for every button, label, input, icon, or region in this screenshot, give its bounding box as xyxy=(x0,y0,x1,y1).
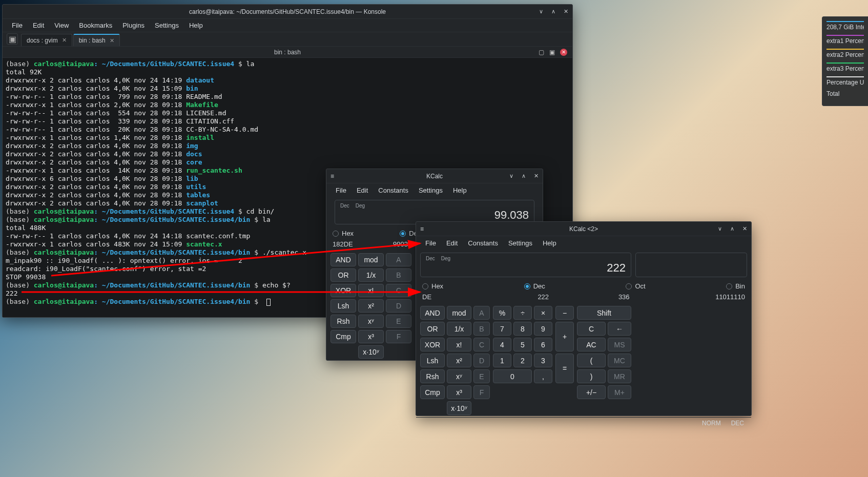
key-x[interactable]: xʸ xyxy=(447,369,471,383)
menu-constants[interactable]: Constants xyxy=(464,238,502,248)
menu-settings[interactable]: Settings xyxy=(151,20,183,30)
close-tab-icon[interactable]: ✕ xyxy=(62,37,67,44)
key-x[interactable]: x! xyxy=(358,284,384,297)
key-ms[interactable]: MS xyxy=(608,338,631,351)
key-plus[interactable]: + xyxy=(555,322,574,351)
key-e[interactable]: E xyxy=(386,315,411,328)
key-or[interactable]: OR xyxy=(420,322,445,336)
key-9[interactable]: 9 xyxy=(534,322,552,336)
menu-view[interactable]: View xyxy=(50,20,73,30)
key-4[interactable]: 4 xyxy=(493,338,511,351)
key-f[interactable]: F xyxy=(386,330,411,343)
key-xor[interactable]: XOR xyxy=(330,284,356,297)
key-and[interactable]: AND xyxy=(420,306,445,320)
maximize-icon[interactable]: ∧ xyxy=(550,8,557,15)
key-1x[interactable]: 1/x xyxy=(358,268,384,282)
key-c[interactable]: C xyxy=(577,322,606,336)
split-right-icon[interactable]: ▢ xyxy=(539,49,544,56)
menu-file[interactable]: File xyxy=(332,185,350,195)
key-b[interactable]: B xyxy=(473,322,490,336)
key-[interactable]: ÷ xyxy=(513,306,532,320)
menu-plugins[interactable]: Plugins xyxy=(118,20,149,30)
key-rsh[interactable]: Rsh xyxy=(330,315,356,328)
tab[interactable]: bin : bash✕ xyxy=(73,34,120,46)
key-f[interactable]: F xyxy=(473,385,490,399)
key-xor[interactable]: XOR xyxy=(420,338,445,351)
close-icon[interactable]: ✕ xyxy=(741,225,748,233)
key-6[interactable]: 6 xyxy=(534,338,552,351)
base-radio-bin[interactable]: Bin xyxy=(726,282,745,290)
base-radio-dec[interactable]: Dec xyxy=(524,282,545,290)
key-lsh[interactable]: Lsh xyxy=(420,354,445,367)
key-or[interactable]: OR xyxy=(330,268,356,282)
menu-settings[interactable]: Settings xyxy=(504,238,536,248)
tab[interactable]: docs : gvim✕ xyxy=(21,34,72,46)
key-rsh[interactable]: Rsh xyxy=(420,369,445,383)
key-c[interactable]: C xyxy=(473,338,490,351)
key-a[interactable]: A xyxy=(386,253,411,266)
kcalc2-titlebar[interactable]: ≡ KCalc <2> ∨ ∧ ✕ xyxy=(416,222,751,236)
kcalc1-titlebar[interactable]: ≡ KCalc ∨ ∧ ✕ xyxy=(326,169,543,183)
key-[interactable]: ( xyxy=(577,354,606,367)
maximize-icon[interactable]: ∧ xyxy=(729,225,736,233)
key-ac[interactable]: AC xyxy=(577,338,606,351)
key-x10[interactable]: x·10ʸ xyxy=(358,345,384,359)
menu-file[interactable]: File xyxy=(421,238,440,248)
close-terminal-icon[interactable]: ✕ xyxy=(560,49,567,56)
key-3[interactable]: 3 xyxy=(534,354,552,367)
key-and[interactable]: AND xyxy=(330,253,356,266)
key-x[interactable]: x³ xyxy=(358,330,384,343)
menu-bookmarks[interactable]: Bookmarks xyxy=(75,20,116,30)
key-m[interactable]: M+ xyxy=(608,385,631,399)
key-7[interactable]: 7 xyxy=(493,322,511,336)
key-cmp[interactable]: Cmp xyxy=(420,385,445,399)
key-[interactable]: +/− xyxy=(577,385,606,399)
hamburger-icon[interactable]: ≡ xyxy=(420,225,424,233)
base-radio-oct[interactable]: Oct xyxy=(626,282,645,290)
key-x10[interactable]: x·10ʸ xyxy=(447,401,471,415)
key-cmp[interactable]: Cmp xyxy=(330,330,356,343)
menu-edit[interactable]: Edit xyxy=(353,185,372,195)
key-[interactable]: ← xyxy=(608,322,631,336)
key-1x[interactable]: 1/x xyxy=(447,322,471,336)
key-mod[interactable]: mod xyxy=(358,253,384,266)
hamburger-icon[interactable]: ≡ xyxy=(330,173,334,180)
key-lsh[interactable]: Lsh xyxy=(330,299,356,313)
new-tab-button[interactable]: ▣ xyxy=(7,33,18,45)
key-2[interactable]: 2 xyxy=(513,354,532,367)
key-d[interactable]: D xyxy=(473,354,490,367)
key-x[interactable]: x² xyxy=(447,354,471,367)
close-tab-icon[interactable]: ✕ xyxy=(110,37,114,44)
menu-help[interactable]: Help xyxy=(449,185,471,195)
menu-edit[interactable]: Edit xyxy=(29,20,48,30)
split-down-icon[interactable]: ▣ xyxy=(549,49,555,56)
menu-file[interactable]: File xyxy=(8,20,27,30)
key-8[interactable]: 8 xyxy=(513,322,532,336)
key-[interactable]: % xyxy=(493,306,511,320)
key-shift[interactable]: Shift xyxy=(577,306,631,320)
minimize-icon[interactable]: ∨ xyxy=(538,8,545,15)
key-a[interactable]: A xyxy=(473,306,490,320)
key-e[interactable]: E xyxy=(473,369,490,383)
menu-settings[interactable]: Settings xyxy=(415,185,447,195)
key-5[interactable]: 5 xyxy=(513,338,532,351)
key-[interactable]: ) xyxy=(577,369,606,383)
key-x[interactable]: x² xyxy=(358,299,384,313)
key-0[interactable]: 0 xyxy=(493,369,532,383)
key-mr[interactable]: MR xyxy=(608,369,631,383)
minimize-icon[interactable]: ∨ xyxy=(716,225,724,233)
maximize-icon[interactable]: ∧ xyxy=(520,173,527,180)
key-x[interactable]: x³ xyxy=(447,385,471,399)
key-equals[interactable]: = xyxy=(555,354,574,383)
key-[interactable]: × xyxy=(534,306,552,320)
key-b[interactable]: B xyxy=(386,268,411,282)
close-icon[interactable]: ✕ xyxy=(562,8,569,15)
close-icon[interactable]: ✕ xyxy=(532,173,540,180)
key-c[interactable]: C xyxy=(386,284,411,297)
konsole-titlebar[interactable]: carlos@itaipava: ~/Documents/GitHub/SCAN… xyxy=(3,5,572,19)
minimize-icon[interactable]: ∨ xyxy=(508,173,515,180)
key-x[interactable]: xʸ xyxy=(358,315,384,328)
key-mc[interactable]: MC xyxy=(608,354,631,367)
base-radio-hex[interactable]: Hex xyxy=(422,282,443,290)
key-[interactable]: , xyxy=(534,369,552,383)
